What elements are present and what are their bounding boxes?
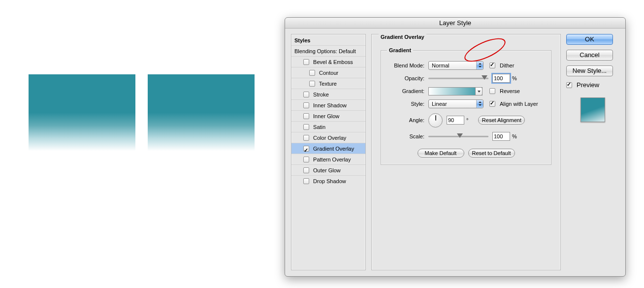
styles-row-drop-shadow[interactable]: Drop Shadow: [291, 176, 365, 187]
styles-row-pattern-overlay[interactable]: Pattern Overlay: [291, 154, 365, 165]
styles-row-bevel[interactable]: Bevel & Emboss: [291, 57, 365, 67]
style-label: Style:: [387, 101, 428, 107]
styles-label: Outer Glow: [313, 167, 341, 173]
gradient-label: Gradient:: [387, 88, 428, 94]
window-title: Layer Style: [285, 18, 625, 29]
styles-row-color-overlay[interactable]: Color Overlay: [291, 132, 365, 143]
checkbox-gradient-overlay[interactable]: [303, 146, 309, 152]
styles-row-inner-shadow[interactable]: Inner Shadow: [291, 100, 365, 111]
style-value: Linear: [432, 101, 447, 107]
styles-label: Inner Shadow: [313, 102, 347, 108]
checkbox-reverse[interactable]: [489, 88, 495, 94]
checkbox-satin[interactable]: [303, 124, 309, 130]
chevron-updown-icon: [476, 100, 483, 108]
cancel-button[interactable]: Cancel: [566, 50, 613, 61]
styles-label: Contour: [319, 70, 338, 76]
gradient-dropdown-button[interactable]: [475, 87, 483, 96]
action-column: OK Cancel New Style... Preview: [566, 34, 619, 270]
styles-label: Pattern Overlay: [313, 157, 351, 162]
layer-style-window: Layer Style Styles Blending Options: Def…: [285, 17, 626, 277]
fieldset-title: Gradient: [387, 47, 413, 53]
blend-mode-value: Normal: [432, 63, 449, 68]
checkbox-dither[interactable]: [489, 63, 495, 68]
gradient-preview-dither: [148, 74, 255, 160]
gradient-picker[interactable]: [428, 87, 483, 96]
scale-input[interactable]: 100: [492, 132, 510, 141]
styles-row-texture[interactable]: Texture: [291, 78, 365, 89]
checkbox-stroke[interactable]: [303, 92, 309, 97]
scale-label: Scale:: [387, 133, 428, 139]
blend-mode-label: Blend Mode:: [387, 63, 428, 68]
blend-mode-select[interactable]: Normal: [428, 61, 483, 70]
checkbox-outer-glow[interactable]: [303, 167, 309, 173]
styles-row-satin[interactable]: Satin: [291, 122, 365, 132]
opacity-label: Opacity:: [387, 75, 428, 81]
dither-label: Dither: [500, 63, 514, 68]
styles-label: Color Overlay: [313, 135, 346, 141]
checkbox-inner-shadow[interactable]: [303, 102, 309, 108]
opacity-input[interactable]: 100: [492, 74, 510, 83]
chevron-updown-icon: [476, 62, 483, 69]
checkbox-pattern-overlay[interactable]: [303, 157, 309, 162]
checkbox-preview[interactable]: [566, 82, 572, 88]
styles-row-outer-glow[interactable]: Outer Glow: [291, 165, 365, 176]
styles-row-stroke[interactable]: Stroke: [291, 89, 365, 100]
angle-label: Angle:: [387, 117, 428, 123]
blending-options-row[interactable]: Blending Options: Default: [291, 46, 365, 57]
scale-unit: %: [512, 133, 517, 139]
ok-button[interactable]: OK: [566, 34, 613, 45]
gradient-fieldset: Gradient Blend Mode: Normal Dither Opaci…: [381, 47, 551, 165]
styles-label: Bevel & Emboss: [313, 59, 353, 65]
checkbox-align-with-layer[interactable]: [489, 101, 495, 107]
opacity-slider[interactable]: [428, 75, 488, 82]
panel-title: Gradient Overlay: [379, 34, 426, 40]
gradient-overlay-panel: Gradient Overlay Gradient Blend Mode: No…: [371, 34, 561, 270]
checkbox-drop-shadow[interactable]: [303, 178, 309, 184]
angle-input[interactable]: 90: [447, 116, 464, 125]
styles-panel: Styles Blending Options: Default Bevel &…: [291, 34, 366, 270]
checkbox-texture[interactable]: [309, 81, 315, 87]
styles-label: Inner Glow: [313, 113, 339, 119]
angle-unit: °: [466, 117, 468, 123]
reset-to-default-button[interactable]: Reset to Default: [468, 149, 515, 158]
angle-dial[interactable]: [428, 113, 443, 128]
scale-slider[interactable]: [428, 133, 488, 140]
styles-row-gradient-overlay[interactable]: Gradient Overlay: [291, 143, 365, 154]
styles-label: Satin: [313, 124, 325, 130]
checkbox-contour[interactable]: [309, 70, 315, 76]
styles-row-contour[interactable]: Contour: [291, 67, 365, 78]
reverse-label: Reverse: [500, 88, 520, 94]
checkbox-color-overlay[interactable]: [303, 135, 309, 141]
opacity-unit: %: [512, 75, 517, 81]
make-default-button[interactable]: Make Default: [418, 149, 464, 158]
styles-label: Texture: [319, 81, 337, 87]
align-label: Align with Layer: [500, 101, 538, 107]
gradient-preview-no-dither: [29, 74, 135, 160]
preview-swatch: [580, 97, 605, 122]
reset-alignment-button[interactable]: Reset Alignment: [478, 116, 525, 125]
new-style-button[interactable]: New Style...: [566, 65, 613, 76]
styles-label: Drop Shadow: [313, 178, 346, 184]
checkbox-bevel[interactable]: [303, 59, 309, 65]
style-select[interactable]: Linear: [428, 99, 483, 108]
styles-label: Stroke: [313, 92, 329, 97]
styles-label: Gradient Overlay: [313, 146, 354, 152]
preview-label: Preview: [577, 81, 599, 89]
styles-row-inner-glow[interactable]: Inner Glow: [291, 111, 365, 122]
checkbox-inner-glow[interactable]: [303, 113, 309, 119]
styles-header[interactable]: Styles: [291, 35, 365, 46]
